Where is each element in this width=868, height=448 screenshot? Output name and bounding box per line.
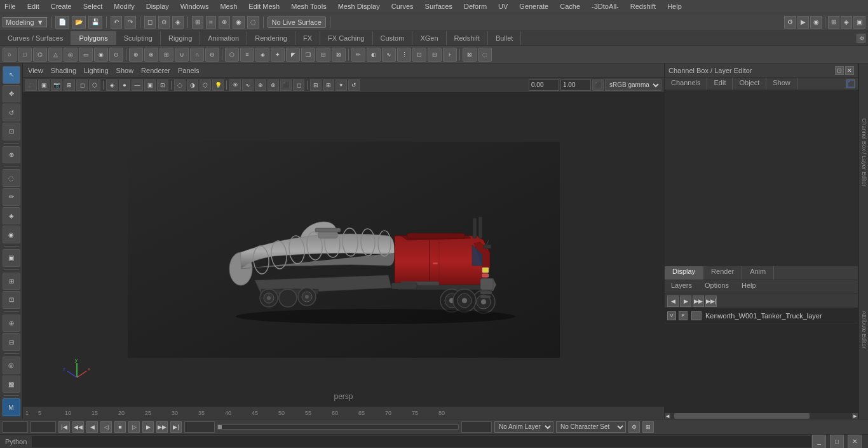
extrude-btn[interactable]: ⬡ bbox=[225, 48, 239, 62]
viewport-menu-shading[interactable]: Shading bbox=[51, 67, 76, 74]
display-tab[interactable]: Display bbox=[665, 266, 703, 280]
play-fwd-btn[interactable]: ▷ bbox=[128, 421, 140, 433]
xray-btn[interactable]: ◎ bbox=[3, 356, 20, 374]
lasso-select-btn[interactable]: ⊙ bbox=[158, 16, 170, 29]
menu-display[interactable]: Display bbox=[144, 3, 171, 10]
paint-btn[interactable]: ✏ bbox=[351, 48, 365, 62]
viewport-menu-view[interactable]: View bbox=[28, 67, 43, 74]
open-file-btn[interactable]: 📂 bbox=[72, 16, 86, 29]
gpu-cache-btn[interactable]: ◈ bbox=[841, 16, 852, 29]
tab-sculpting[interactable]: Sculpting bbox=[116, 31, 161, 45]
render-settings-btn[interactable]: ⚙ bbox=[784, 16, 796, 29]
vp-snapshot-btn[interactable]: 📷 bbox=[51, 79, 62, 91]
options-sub-tab[interactable]: Options bbox=[698, 280, 735, 294]
tab-redshift[interactable]: Redshift bbox=[447, 31, 488, 45]
snap-surf-btn[interactable]: ◉ bbox=[233, 16, 245, 29]
boolean-union-btn[interactable]: ∪ bbox=[175, 48, 189, 62]
step-back-btn[interactable]: ◀◀ bbox=[72, 421, 84, 433]
menu-surfaces[interactable]: Surfaces bbox=[423, 3, 454, 10]
rotate-tool-btn[interactable]: ↺ bbox=[3, 104, 20, 121]
tab-fx[interactable]: FX bbox=[295, 31, 320, 45]
layer-color-swatch[interactable] bbox=[691, 311, 702, 320]
create-torus-btn[interactable]: ◎ bbox=[64, 48, 78, 62]
select-by-object-btn[interactable]: ◻ bbox=[144, 16, 156, 29]
vp-texture-btn[interactable]: ⬡ bbox=[200, 79, 211, 91]
create-cone-btn[interactable]: △ bbox=[48, 48, 62, 62]
tab-rendering[interactable]: Rendering bbox=[247, 31, 295, 45]
vp-hud-btn[interactable]: ⊟ bbox=[310, 79, 322, 91]
menu-curves[interactable]: Curves bbox=[390, 3, 416, 10]
snap-point-btn[interactable]: ⊕ bbox=[219, 16, 230, 29]
duplicate-face-btn[interactable]: ❑ bbox=[301, 48, 315, 62]
scale-input[interactable] bbox=[560, 79, 591, 91]
grid-display-btn[interactable]: ⊞ bbox=[3, 273, 20, 290]
menu-edit-mesh[interactable]: Edit Mesh bbox=[247, 3, 281, 10]
vp-uvs-btn[interactable]: ⊡ bbox=[157, 79, 168, 91]
snap-tool-btn[interactable]: ◈ bbox=[3, 207, 20, 225]
snap-view-btn[interactable]: ◌ bbox=[247, 16, 259, 29]
max-end-frame-input[interactable]: 200 bbox=[461, 421, 492, 433]
vp-camera-btn[interactable]: 🎥 bbox=[25, 79, 37, 91]
viewport-menu-renderer[interactable]: Renderer bbox=[141, 67, 170, 74]
smooth-btn[interactable]: ◌ bbox=[478, 48, 492, 62]
scale-tool-btn[interactable]: ⊡ bbox=[3, 123, 20, 140]
menu-mesh-display[interactable]: Mesh Display bbox=[336, 3, 382, 10]
layer-options-btn[interactable]: ▶▶| bbox=[705, 295, 717, 307]
separate-btn[interactable]: ⊗ bbox=[144, 48, 158, 62]
menu-file[interactable]: File bbox=[3, 3, 18, 10]
tab-rigging[interactable]: Rigging bbox=[161, 31, 200, 45]
tab-curves-surfaces[interactable]: Curves / Surfaces bbox=[0, 31, 71, 45]
layer-add-btn[interactable]: ▶▶ bbox=[693, 295, 704, 307]
quick-sel-btn[interactable]: ⊕ bbox=[3, 315, 20, 332]
menu-generate[interactable]: Generate bbox=[517, 3, 550, 10]
vp-face-btn[interactable]: ▣ bbox=[144, 79, 156, 91]
combine-btn[interactable]: ⊕ bbox=[129, 48, 143, 62]
vp-skeleton-btn[interactable]: ⊕ bbox=[255, 79, 266, 91]
layer-name[interactable]: Kenworth_W001_Tanker_Truck_layer bbox=[705, 312, 855, 320]
vp-render-btn[interactable]: ▣ bbox=[38, 79, 50, 91]
render-tab[interactable]: Render bbox=[703, 266, 742, 280]
viewport-menu-lighting[interactable]: Lighting bbox=[84, 67, 109, 74]
show-manipulator-btn[interactable]: ⊕ bbox=[3, 146, 20, 164]
tab-animation[interactable]: Animation bbox=[200, 31, 247, 45]
play-start-btn[interactable]: |◀ bbox=[58, 421, 70, 433]
tab-custom[interactable]: Custom bbox=[373, 31, 413, 45]
gear-settings-btn[interactable]: ⚙ bbox=[857, 34, 865, 43]
edit-tab[interactable]: Edit bbox=[707, 78, 733, 90]
menu-mesh-tools[interactable]: Mesh Tools bbox=[289, 3, 328, 10]
layer-prev-btn[interactable]: ◀ bbox=[667, 295, 679, 307]
wire-btn[interactable]: ▩ bbox=[3, 376, 20, 393]
char-set-select[interactable]: No Character Set bbox=[556, 421, 626, 433]
ipr-render-btn[interactable]: ▶ bbox=[797, 16, 809, 29]
quad-draw-btn[interactable]: ⊟ bbox=[428, 48, 442, 62]
attr-sel-btn[interactable]: ⊟ bbox=[3, 333, 20, 351]
detach-btn[interactable]: ⊠ bbox=[332, 48, 346, 62]
sculpt-btn[interactable]: ◐ bbox=[367, 48, 381, 62]
attribute-editor-side-tab[interactable]: Attribute Editor bbox=[858, 241, 868, 419]
play-back-btn[interactable]: ◁ bbox=[100, 421, 112, 433]
show-tab[interactable]: Show bbox=[766, 78, 797, 90]
snap-grid-btn[interactable]: ⊞ bbox=[192, 16, 203, 29]
tab-polygons[interactable]: Polygons bbox=[71, 31, 116, 45]
layers-sub-tab[interactable]: Layers bbox=[665, 280, 698, 294]
soft-select-btn[interactable]: ◉ bbox=[3, 226, 20, 243]
viewport-menu-panels[interactable]: Panels bbox=[178, 67, 200, 74]
layer-scrollbar[interactable]: ◀ ▶ bbox=[665, 412, 858, 419]
tab-xgen[interactable]: XGen bbox=[412, 31, 446, 45]
menu-create[interactable]: Create bbox=[49, 3, 74, 10]
color-space-select[interactable]: sRGB gamma bbox=[605, 79, 661, 91]
mirror-btn[interactable]: ⊦ bbox=[443, 48, 457, 62]
create-pipe-btn[interactable]: ⊙ bbox=[109, 48, 123, 62]
step-fwd-btn[interactable]: ▶▶ bbox=[156, 421, 168, 433]
move-tool-btn[interactable]: ✥ bbox=[3, 85, 20, 103]
vp-component-btn[interactable]: ◈ bbox=[106, 79, 118, 91]
vp-deformer-btn[interactable]: ∿ bbox=[242, 79, 254, 91]
anim-extra-btn[interactable]: ⊞ bbox=[642, 421, 654, 433]
plugin-manager-btn[interactable]: ▣ bbox=[853, 16, 865, 29]
region-select-btn[interactable]: ▣ bbox=[3, 249, 20, 267]
vp-smooth-btn[interactable]: ⬡ bbox=[89, 79, 100, 91]
scroll-left-btn[interactable]: ◀ bbox=[665, 413, 671, 419]
menu-3dtall[interactable]: -3DtoAll- bbox=[590, 3, 621, 10]
menu-cache[interactable]: Cache bbox=[558, 3, 582, 10]
save-file-btn[interactable]: 💾 bbox=[88, 16, 102, 29]
